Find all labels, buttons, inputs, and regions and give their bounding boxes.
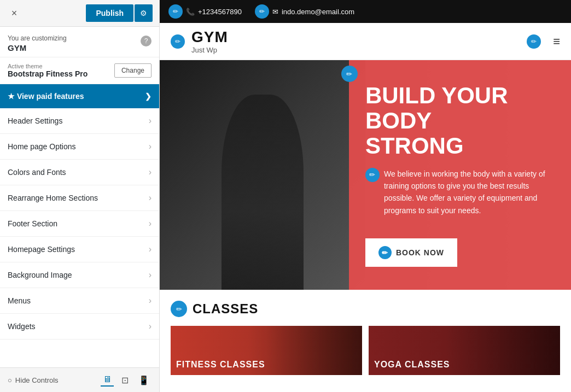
customizing-section: You are customizing GYM ? (0, 27, 159, 57)
hero-section: ✏ BUILD YOUR BODY STRONG ✏ We believe in… (160, 60, 571, 290)
chevron-icon: › (149, 193, 152, 203)
fitness-classes-card[interactable]: FITNESS CLASSES (171, 326, 362, 375)
publish-button[interactable]: Publish (86, 4, 133, 22)
site-tagline: Just Wp (191, 46, 228, 54)
menu-item-label: Header Settings (8, 116, 62, 125)
phone-number: +1234567890 (198, 8, 242, 16)
sidebar-item-rearrange-home-sections[interactable]: Rearrange Home Sections › (0, 185, 159, 211)
edit-dot-logo[interactable]: ✏ (171, 34, 185, 49)
customizer-panel: × Publish ⚙ You are customizing GYM ? Ac… (0, 0, 160, 392)
chevron-icon: › (149, 219, 152, 229)
menu-item-label: Widgets (8, 322, 36, 331)
email-address: indo.demo@email.com (282, 8, 354, 16)
mobile-view-button[interactable]: 📱 (136, 373, 152, 387)
hide-controls-button[interactable]: ○ Hide Controls (8, 376, 59, 384)
menu-item-label: Background Image (8, 271, 72, 279)
book-now-label: BOOK NOW (396, 248, 444, 257)
phone-icon: 📞 (186, 8, 195, 16)
menu-list: Header Settings › Home page Options › Co… (0, 108, 159, 340)
yoga-classes-label: YOGA CLASSES (374, 360, 450, 370)
site-header: ✏ GYM Just Wp ≡ ✏ (160, 23, 571, 60)
edit-dot-classes[interactable]: ✏ (171, 301, 187, 317)
yoga-classes-card[interactable]: YOGA CLASSES (369, 326, 560, 375)
edit-dot-nav[interactable]: ✏ (527, 34, 541, 49)
active-theme-label: Active theme (8, 63, 88, 69)
device-icons: 🖥 ⊡ 📱 (101, 373, 152, 387)
hero-title: BUILD YOUR BODY STRONG (365, 83, 555, 159)
topbar-email-item: ✏ ✉ indo.demo@email.com (255, 4, 354, 19)
sidebar-item-background-image[interactable]: Background Image › (0, 262, 159, 288)
edit-dot-hero[interactable]: ✏ (341, 66, 358, 82)
view-paid-features-button[interactable]: ★ View paid features ❯ (0, 84, 159, 108)
hide-controls-label: Hide Controls (15, 376, 59, 384)
gear-button[interactable]: ⚙ (135, 4, 153, 22)
menu-item-label: Homepage Settings (8, 245, 75, 254)
book-now-button[interactable]: ✏ BOOK NOW (365, 238, 457, 267)
hero-content-box: ✏ BUILD YOUR BODY STRONG ✏ We believe in… (349, 60, 571, 290)
site-name: GYM (8, 43, 67, 52)
chevron-icon: › (149, 244, 152, 254)
site-logo: GYM (191, 28, 228, 46)
site-preview: ✏ 📞 +1234567890 ✏ ✉ indo.demo@email.com … (160, 0, 571, 392)
edit-dot-email[interactable]: ✏ (255, 4, 269, 19)
chevron-icon: › (149, 321, 152, 331)
circle-icon: ○ (8, 376, 12, 384)
sidebar-item-homepage-settings[interactable]: Homepage Settings › (0, 237, 159, 262)
panel-header: × Publish ⚙ (0, 0, 159, 27)
edit-dot-book[interactable]: ✏ (378, 246, 392, 259)
chevron-icon: › (149, 296, 152, 306)
paid-features-label: ★ View paid features (8, 92, 84, 101)
active-theme-name: Bootstrap Fitness Pro (8, 69, 88, 78)
hero-description: We believe in working the body with a va… (384, 168, 555, 217)
panel-footer: ○ Hide Controls 🖥 ⊡ 📱 (0, 367, 159, 392)
menu-item-label: Home page Options (8, 142, 76, 151)
sidebar-item-home-page-options[interactable]: Home page Options › (0, 134, 159, 160)
sidebar-item-footer-section[interactable]: Footer Section › (0, 211, 159, 237)
customizing-label: You are customizing (8, 34, 67, 42)
chevron-icon: › (149, 270, 152, 280)
chevron-icon: › (149, 116, 152, 126)
edit-dot-desc[interactable]: ✏ (365, 168, 380, 182)
site-topbar: ✏ 📞 +1234567890 ✏ ✉ indo.demo@email.com (160, 0, 571, 23)
email-icon: ✉ (272, 8, 278, 16)
menu-item-label: Footer Section (8, 219, 57, 228)
publish-group: Publish ⚙ (86, 4, 153, 22)
classes-grid: FITNESS CLASSES YOGA CLASSES (171, 326, 560, 375)
classes-header: ✏ CLASSES (171, 301, 560, 317)
classes-title: CLASSES (193, 301, 258, 317)
site-logo-area: GYM Just Wp (191, 28, 228, 54)
desktop-view-button[interactable]: 🖥 (101, 373, 114, 387)
hamburger-icon[interactable]: ≡ (553, 34, 560, 49)
topbar-phone-item: ✏ 📞 +1234567890 (168, 4, 242, 19)
sidebar-item-widgets[interactable]: Widgets › (0, 314, 159, 340)
sidebar-item-menus[interactable]: Menus › (0, 288, 159, 314)
close-button[interactable]: × (7, 5, 22, 21)
menu-item-label: Rearrange Home Sections (8, 194, 98, 202)
chevron-icon: › (149, 167, 152, 177)
menu-item-label: Colors and Fonts (8, 168, 66, 177)
chevron-icon: › (149, 142, 152, 151)
menu-item-label: Menus (8, 296, 31, 305)
edit-dot-phone[interactable]: ✏ (168, 4, 183, 19)
sidebar-item-header-settings[interactable]: Header Settings › (0, 108, 159, 134)
tablet-view-button[interactable]: ⊡ (119, 373, 131, 387)
change-theme-button[interactable]: Change (114, 63, 152, 78)
classes-section: ✏ CLASSES FITNESS CLASSES YOGA CLASSES (160, 290, 571, 386)
paid-features-chevron: ❯ (145, 92, 152, 101)
active-theme-section: Active theme Bootstrap Fitness Pro Chang… (0, 57, 159, 84)
sidebar-item-colors-and-fonts[interactable]: Colors and Fonts › (0, 160, 159, 185)
fitness-classes-label: FITNESS CLASSES (176, 360, 265, 370)
help-icon[interactable]: ? (141, 36, 152, 46)
